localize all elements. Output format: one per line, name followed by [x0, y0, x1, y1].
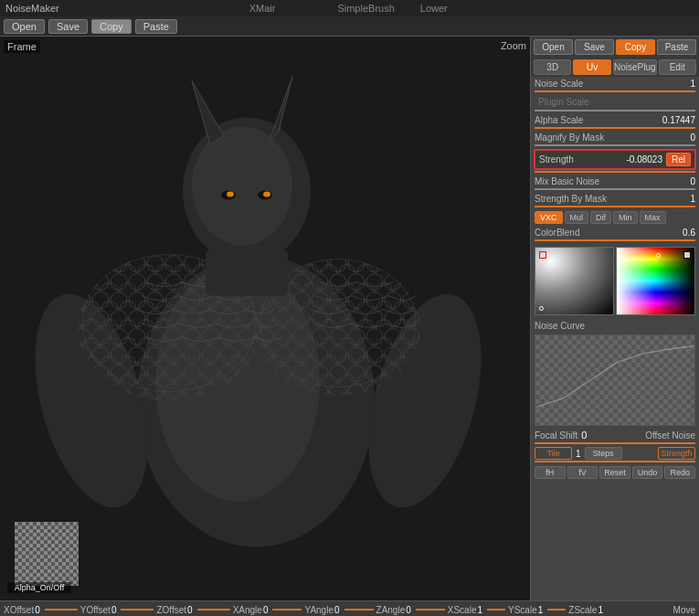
frame-label: Frame — [4, 40, 40, 53]
alpha-scale-value: 0.17447 — [659, 115, 695, 125]
tab-noiseplug[interactable]: NoisePlug — [613, 59, 657, 75]
color-marker-tl — [539, 251, 546, 259]
yscale-value: 1 — [538, 605, 544, 615]
xscale-slider[interactable] — [487, 609, 505, 611]
svg-rect-20 — [206, 250, 288, 296]
tile-row: Tile 1 Steps Strength — [531, 446, 699, 461]
app-title: NoiseMaker — [5, 3, 59, 14]
color-marker-bl — [539, 306, 544, 311]
reset-button[interactable]: Reset — [599, 466, 630, 479]
zoffset-value: 0 — [187, 605, 193, 615]
colorblend-value: 0.6 — [659, 228, 695, 238]
brush-label: SimpleBrush — [337, 3, 394, 14]
alpha-label: Alpha_On/Off — [7, 582, 71, 593]
panel-paste-button[interactable]: Paste — [657, 39, 696, 55]
paste-button[interactable]: Paste — [135, 19, 177, 34]
panel-open-button[interactable]: Open — [534, 39, 573, 55]
mix-vxc-button[interactable]: VXC — [535, 211, 563, 224]
yangle-slider[interactable] — [344, 609, 374, 611]
magnify-value: 0 — [659, 133, 695, 143]
focal-row: Focal Shift 0 Offset Noise — [531, 428, 699, 442]
xoffset-label: XOffset — [4, 605, 34, 615]
color-cursor — [656, 253, 661, 258]
strength-panel-button[interactable]: Strength — [658, 447, 695, 460]
xangle-slider[interactable] — [272, 609, 302, 611]
color-marker-tr — [683, 251, 691, 259]
fh-button[interactable]: fH — [535, 466, 566, 479]
top-toolbar: Open Save Copy Paste — [0, 16, 699, 37]
alpha-scale-row: Alpha Scale 0.17447 — [531, 113, 699, 127]
offset-noise-label: Offset Noise — [645, 430, 695, 441]
yoffset-label: YOffset — [80, 605, 111, 615]
xscale-label: XScale — [448, 605, 477, 615]
magnify-slider[interactable] — [535, 144, 695, 146]
alpha-scale-label: Alpha Scale — [535, 115, 657, 125]
undo-row: fH fV Reset Undo Redo — [531, 464, 699, 481]
plugin-scale-row: Plugin Scale — [531, 94, 699, 110]
mix-mul-button[interactable]: Mul — [565, 211, 589, 224]
yscale-slider[interactable] — [547, 609, 566, 611]
alpha-scale-slider[interactable] — [535, 127, 695, 129]
mix-basic-slider[interactable] — [535, 188, 695, 190]
plugin-scale-slider[interactable] — [535, 110, 695, 112]
noise-scale-slider[interactable] — [535, 90, 695, 92]
panel-copy-button[interactable]: Copy — [616, 39, 655, 55]
panel-save-button[interactable]: Save — [575, 39, 614, 55]
yangle-value: 0 — [334, 605, 340, 615]
focal-shift-value: 0 — [581, 430, 587, 441]
open-button[interactable]: Open — [4, 19, 45, 34]
tab-row: 3D Uv NoisePlug Edit — [531, 58, 699, 77]
zangle-label: ZAngle — [376, 605, 406, 615]
svg-point-19 — [263, 192, 270, 197]
strength-row: Strength -0.08023 Rel — [534, 149, 696, 170]
xoffset-slider[interactable] — [45, 609, 78, 611]
lower-label: Lower — [420, 3, 448, 14]
viewport: Frame Zoom — [0, 37, 530, 600]
yoffset-slider[interactable] — [121, 609, 154, 611]
noise-curve-area[interactable] — [535, 335, 695, 426]
move-label: Move — [673, 605, 695, 615]
tile-button[interactable]: Tile — [535, 447, 572, 460]
mix-max-button[interactable]: Max — [640, 211, 666, 224]
noise-scale-row: Noise Scale 1 — [531, 77, 699, 90]
zangle-slider[interactable] — [416, 609, 445, 611]
mix-basic-label: Mix Basic Noise — [535, 176, 657, 186]
svg-point-4 — [192, 127, 292, 246]
focal-shift-label: Focal Shift — [535, 430, 577, 441]
zoom-label: Zoom — [501, 40, 526, 51]
mix-min-button[interactable]: Min — [613, 211, 638, 224]
redo-button[interactable]: Redo — [664, 466, 695, 479]
noise-scale-value: 1 — [659, 79, 695, 89]
magnify-label: Magnify By Mask — [535, 133, 657, 143]
tile-slider[interactable] — [535, 461, 695, 462]
tab-3d[interactable]: 3D — [534, 59, 571, 75]
app-subtitle: XMair — [249, 3, 276, 14]
steps-button[interactable]: Steps — [585, 447, 622, 460]
zoffset-slider[interactable] — [197, 609, 230, 611]
xoffset-value: 0 — [35, 605, 40, 615]
strength-slider[interactable] — [535, 171, 695, 173]
color-picker-left[interactable] — [535, 247, 614, 315]
rel-button[interactable]: Rel — [666, 153, 691, 166]
fv-button[interactable]: fV — [567, 466, 598, 479]
copy-button[interactable]: Copy — [91, 19, 132, 34]
focal-slider[interactable] — [535, 442, 695, 444]
strength-mask-slider[interactable] — [535, 206, 695, 207]
yscale-label: YScale — [508, 605, 537, 615]
colorblend-slider[interactable] — [535, 239, 695, 241]
zangle-value: 0 — [406, 605, 411, 615]
color-picker-right[interactable] — [616, 247, 695, 315]
xscale-value: 1 — [477, 605, 482, 615]
xangle-value: 0 — [263, 605, 269, 615]
yoffset-value: 0 — [111, 605, 117, 615]
alpha-preview — [15, 522, 79, 586]
color-pickers — [531, 245, 699, 317]
mix-dif-button[interactable]: Dif — [590, 211, 611, 224]
tab-uv[interactable]: Uv — [573, 59, 610, 75]
mix-basic-value: 0 — [659, 176, 695, 186]
undo-button[interactable]: Undo — [632, 466, 663, 479]
tab-edit[interactable]: Edit — [659, 59, 696, 75]
save-button[interactable]: Save — [48, 19, 88, 34]
yangle-label: YAngle — [304, 605, 334, 615]
noise-curve-svg — [535, 335, 694, 425]
